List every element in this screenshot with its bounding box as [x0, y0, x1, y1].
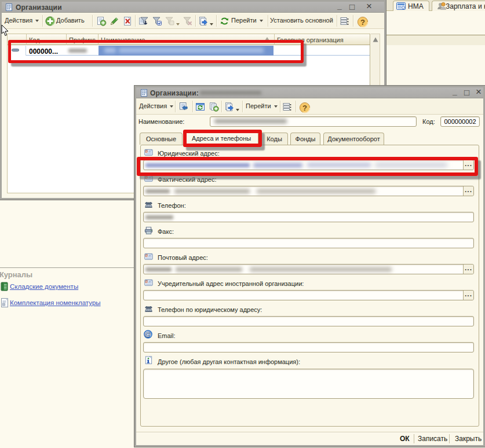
svg-text:?: ? [360, 18, 365, 27]
svg-text:?: ? [302, 104, 307, 112]
